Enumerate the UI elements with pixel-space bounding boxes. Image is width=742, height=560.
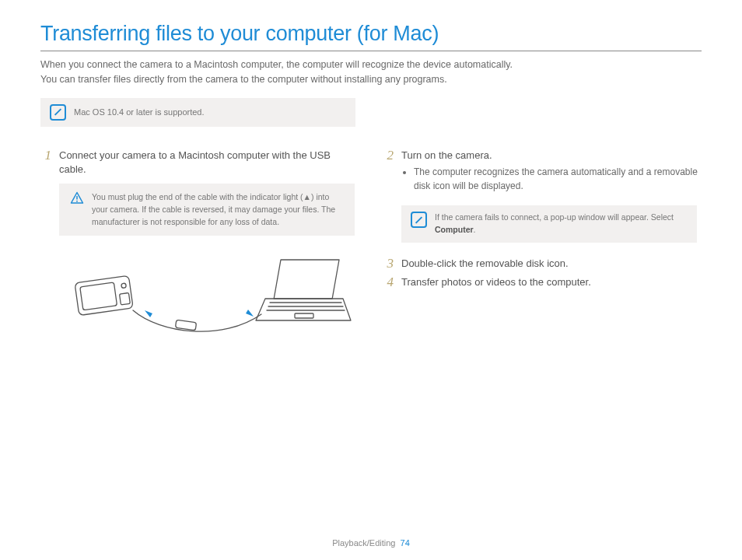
svg-rect-3 [80, 282, 117, 310]
step-2-text: Turn on the camera. [401, 149, 702, 163]
title-rule [40, 51, 702, 51]
step-2-bullets: The computer recognizes the camera autom… [401, 166, 702, 193]
step-1-number: 1 [40, 149, 51, 178]
svg-point-4 [121, 283, 127, 289]
intro-line-2: You can transfer files directly from the… [40, 74, 447, 85]
step-4-number: 4 [383, 275, 394, 290]
svg-rect-5 [120, 293, 131, 306]
svg-point-1 [76, 201, 78, 202]
intro-line-1: When you connect the camera to a Macinto… [40, 59, 513, 70]
intro-text: When you connect the camera to a Macinto… [40, 58, 702, 87]
note-frag-b: Computer [435, 225, 474, 234]
connect-fail-text: If the camera fails to connect, a pop-up… [435, 212, 688, 236]
manual-page: Transferring files to your computer (for… [0, 0, 742, 560]
footer-page-number: 74 [401, 538, 410, 548]
note-frag-a: If the camera fails to connect, a pop-up… [435, 212, 674, 222]
note-icon [411, 212, 427, 228]
step-2-bullet-1: The computer recognizes the camera autom… [414, 166, 702, 193]
footer-section: Playback/Editing [332, 538, 395, 548]
step-4-text: Transfer photos or videos to the compute… [401, 275, 702, 290]
step-3-number: 3 [383, 257, 394, 271]
supported-os-note: Mac OS 10.4 or later is supported. [40, 98, 355, 127]
warning-icon [70, 191, 84, 205]
step-1-text: Connect your camera to a Macintosh compu… [59, 149, 359, 178]
step-3: 3 Double-click the removable disk icon. [383, 257, 702, 271]
step-4: 4 Transfer photos or videos to the compu… [383, 275, 702, 290]
step-2-number: 2 [383, 149, 394, 201]
note-frag-c: . [474, 225, 476, 234]
camera-laptop-illustration [59, 248, 355, 365]
columns: 1 Connect your camera to a Macintosh com… [40, 149, 702, 369]
usb-warning-text: You must plug the end of the cable with … [92, 191, 344, 228]
page-footer: Playback/Editing 74 [0, 538, 742, 548]
connect-fail-note: If the camera fails to connect, a pop-up… [401, 205, 697, 243]
svg-rect-6 [175, 320, 196, 331]
usb-warning-note: You must plug the end of the cable with … [59, 184, 355, 236]
page-title: Transferring files to your computer (for… [40, 22, 702, 46]
supported-os-text: Mac OS 10.4 or later is supported. [74, 107, 205, 117]
step-2: 2 Turn on the camera. The computer recog… [383, 149, 702, 201]
svg-rect-10 [295, 313, 313, 318]
right-column: 2 Turn on the camera. The computer recog… [383, 149, 702, 369]
step-1: 1 Connect your camera to a Macintosh com… [40, 149, 359, 178]
step-3-text: Double-click the removable disk icon. [401, 257, 702, 271]
left-column: 1 Connect your camera to a Macintosh com… [40, 149, 359, 369]
note-icon [50, 104, 66, 121]
